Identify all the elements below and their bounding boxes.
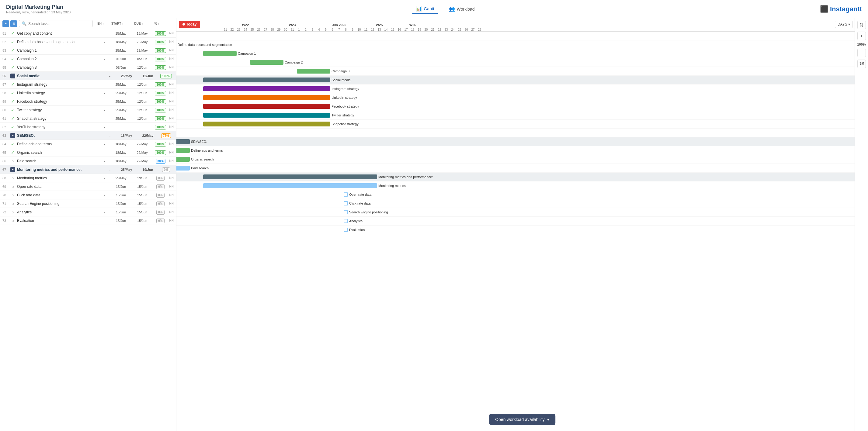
task-name: LinkedIn strategy xyxy=(16,91,98,95)
gantt-bar-dot xyxy=(344,201,348,205)
task-eh: - xyxy=(98,100,111,103)
task-start: 15/Jun xyxy=(111,193,132,197)
search-input[interactable] xyxy=(28,22,90,26)
assignee-tag: NN xyxy=(169,57,174,61)
task-check: ○ xyxy=(10,184,16,189)
days-selector[interactable]: DAYS ▾ xyxy=(835,21,853,28)
task-number: 53 xyxy=(2,48,10,52)
tab-gantt[interactable]: 📊 Gantt xyxy=(412,4,438,14)
day-number: 20 xyxy=(423,28,429,31)
task-number: 70 xyxy=(2,193,10,197)
task-row[interactable]: 52 ✓ Define data bases and segmentation … xyxy=(0,38,176,46)
gantt-row-spacer xyxy=(177,129,437,137)
task-row[interactable]: 63 − SEM/SEO: - 18/May 22/May 77% xyxy=(0,131,176,140)
task-row[interactable]: 69 ○ Open rate data - 15/Jun 15/Jun 0% N… xyxy=(0,183,176,191)
assignee-tag: NN xyxy=(169,202,174,205)
day-number: 25 xyxy=(249,28,255,31)
task-start: 15/Jun xyxy=(111,210,132,214)
gantt-row: Campaign 2 xyxy=(177,58,868,67)
gantt-row: Campaign 3 xyxy=(177,67,868,76)
gantt-row: Monitoring metrics xyxy=(177,181,868,190)
task-eh: - xyxy=(98,32,111,35)
add-row-btn[interactable]: + xyxy=(2,20,9,27)
task-check: ✓ xyxy=(10,125,16,130)
task-list: 51 ✓ Get copy and content - 15/May 15/Ma… xyxy=(0,29,176,431)
gantt-bar-label: Campaign 1 xyxy=(238,52,256,55)
open-workload-button[interactable]: Open workload availability ▾ xyxy=(489,414,555,425)
gantt-bar-label: Define data bases and segmentation xyxy=(178,43,232,46)
task-row[interactable]: 58 ✓ LinkedIn strategy - 25/May 12/Jun 1… xyxy=(0,89,176,97)
task-row[interactable]: 68 ○ Monitoring metrics - 25/May 19/Jun … xyxy=(0,174,176,183)
task-row[interactable]: 66 ○ Paid search - 18/May 22/May 30% NN xyxy=(0,157,176,165)
check-done-icon: ✓ xyxy=(11,91,14,95)
task-name: Campaign 3 xyxy=(16,65,98,70)
zoom-out-btn[interactable]: − xyxy=(857,48,866,57)
gantt-row-spacer xyxy=(177,226,437,234)
gantt-bar xyxy=(177,148,190,153)
task-row[interactable]: 54 ✓ Campaign 2 - 01/Jun 05/Jun 100% NN xyxy=(0,55,176,63)
group-toggle[interactable]: − xyxy=(10,133,15,138)
task-row[interactable]: 65 ✓ Organic search - 18/May 22/May 100%… xyxy=(0,148,176,157)
open-workload-label: Open workload availability xyxy=(495,417,545,422)
task-row[interactable]: 53 ✓ Campaign 1 - 25/May 29/May 100% NN xyxy=(0,46,176,55)
day-number: 12 xyxy=(369,28,376,31)
gantt-icon: 📊 xyxy=(416,6,422,11)
task-name: Search Engine positioning xyxy=(16,201,98,206)
check-done-icon: ✓ xyxy=(11,99,14,104)
today-button[interactable]: Today xyxy=(179,21,200,28)
tab-workload[interactable]: 👥 Workload xyxy=(445,4,478,14)
task-check: ✓ xyxy=(10,99,16,104)
filter-icon[interactable]: ⇅ xyxy=(857,21,866,29)
pct-badge: 100% xyxy=(155,31,166,36)
day-number: 3 xyxy=(309,28,316,31)
task-row[interactable]: 70 ○ Click rate data - 15/Jun 15/Jun 0% … xyxy=(0,191,176,199)
gantt-bar xyxy=(177,166,190,170)
task-check: ○ xyxy=(10,159,16,164)
map-icon[interactable]: 🗺 xyxy=(857,60,866,68)
grid-btn[interactable]: ⊞ xyxy=(10,20,17,27)
gantt-bar xyxy=(203,95,330,100)
task-row[interactable]: 67 − Monitoring metrics and performance:… xyxy=(0,165,176,174)
check-done-icon: ✓ xyxy=(11,31,14,36)
task-due: 12/Jun xyxy=(132,117,153,120)
task-row[interactable]: 71 ○ Search Engine positioning - 15/Jun … xyxy=(0,199,176,208)
task-eh: - xyxy=(98,210,111,214)
task-eh: - xyxy=(104,74,116,78)
task-start: 25/May xyxy=(111,48,132,52)
check-partial-icon: ○ xyxy=(11,159,14,164)
task-number: 67 xyxy=(2,168,10,171)
gantt-bar-label: Facebook strategy xyxy=(332,105,359,108)
task-row[interactable]: 61 ✓ Snapchat strategy - 25/May 12/Jun 1… xyxy=(0,114,176,123)
gantt-row: Social media: xyxy=(177,76,868,85)
task-pct: 100% xyxy=(153,125,168,129)
task-due: 29/May xyxy=(132,48,153,52)
task-row[interactable]: 59 ✓ Facebook strategy - 25/May 12/Jun 1… xyxy=(0,97,176,106)
task-row[interactable]: 72 ○ Analytics - 15/Jun 15/Jun 0% NN xyxy=(0,208,176,217)
gantt-bar-label: Campaign 2 xyxy=(285,61,303,64)
task-row[interactable]: 60 ✓ Twitter strategy - 25/May 12/Jun 10… xyxy=(0,106,176,114)
task-row[interactable]: 57 ✓ Instagram strategy - 25/May 12/Jun … xyxy=(0,80,176,89)
day-number: 28 xyxy=(269,28,276,31)
search-box[interactable]: 🔍 xyxy=(19,20,93,27)
pct-badge: 100% xyxy=(160,74,172,78)
gantt-row: Evaluation xyxy=(177,226,868,234)
task-row[interactable]: 73 ○ Evaluation - 15/Jun 15/Jun 0% NN xyxy=(0,217,176,225)
task-number: 51 xyxy=(2,32,10,35)
task-eh: - xyxy=(98,176,111,180)
task-row[interactable]: 56 − Social media: - 25/May 12/Jun 100% xyxy=(0,72,176,80)
group-toggle[interactable]: − xyxy=(10,167,15,172)
task-due: 15/Jun xyxy=(132,193,153,197)
col-headers: EH ↑ START ↑ DUE ↑ % ↑ ← xyxy=(95,21,174,26)
task-row[interactable]: 64 ✓ Define ads and terms - 18/May 22/Ma… xyxy=(0,140,176,148)
task-due: 15/Jun xyxy=(132,185,153,189)
zoom-in-btn[interactable]: + xyxy=(857,32,866,40)
task-check: ○ xyxy=(10,218,16,223)
task-row[interactable]: 62 ✓ YouTube strategy - 100% NN xyxy=(0,123,176,131)
gantt-row: Search Engine positioning xyxy=(177,208,868,217)
task-row[interactable]: 55 ✓ Campaign 3 - 08/Jun 12/Jun 100% NN xyxy=(0,63,176,72)
col-due-header: DUE ↑ xyxy=(128,22,149,25)
task-check: ○ xyxy=(10,210,16,214)
task-row[interactable]: 51 ✓ Get copy and content - 15/May 15/Ma… xyxy=(0,29,176,38)
gantt-bar-label: Click rate data xyxy=(349,201,370,205)
group-toggle[interactable]: − xyxy=(10,73,15,78)
